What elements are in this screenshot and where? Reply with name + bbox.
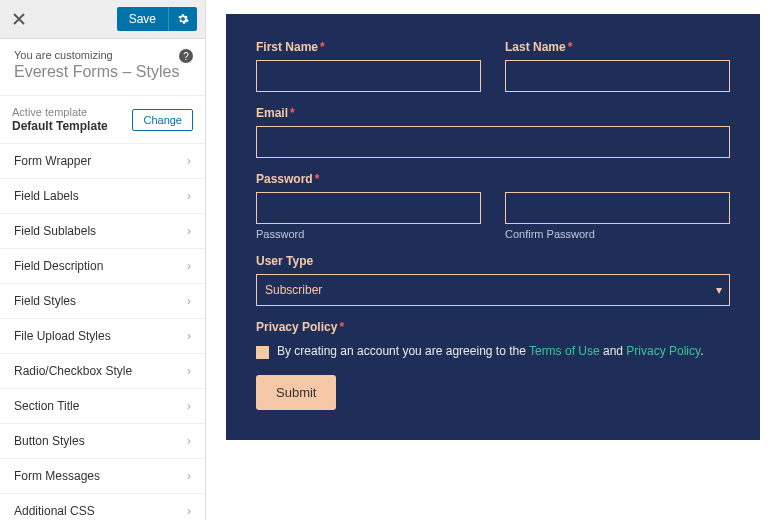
email-field[interactable] <box>256 126 730 158</box>
panel-item-label: Field Description <box>14 259 103 273</box>
password-sublabel: Password <box>256 228 481 240</box>
template-name: Default Template <box>12 119 108 133</box>
page-title: Everest Forms – Styles <box>14 63 191 81</box>
submit-button[interactable]: Submit <box>256 375 336 410</box>
panel-item-label: Section Title <box>14 399 79 413</box>
confirm-password-sublabel: Confirm Password <box>505 228 730 240</box>
panel-item[interactable]: Field Labels› <box>0 179 205 214</box>
panel-item-label: File Upload Styles <box>14 329 111 343</box>
panel-item[interactable]: Form Messages› <box>0 459 205 494</box>
panel-item-label: Button Styles <box>14 434 85 448</box>
panel-item-label: Field Styles <box>14 294 76 308</box>
privacy-checkbox[interactable] <box>256 346 269 359</box>
panel-item-label: Field Sublabels <box>14 224 96 238</box>
panel-item[interactable]: Field Sublabels› <box>0 214 205 249</box>
last-name-label: Last Name* <box>505 40 730 54</box>
last-name-field[interactable] <box>505 60 730 92</box>
user-type-label: User Type <box>256 254 730 268</box>
panel-item-label: Radio/Checkbox Style <box>14 364 132 378</box>
chevron-right-icon: › <box>187 434 191 448</box>
privacy-text: By creating an account you are agreeing … <box>277 344 703 358</box>
password-field[interactable] <box>256 192 481 224</box>
help-icon[interactable]: ? <box>179 49 193 63</box>
chevron-right-icon: › <box>187 504 191 518</box>
chevron-right-icon: › <box>187 469 191 483</box>
form-preview: First Name* Last Name* Email* Password* <box>226 14 760 440</box>
save-button[interactable]: Save <box>117 7 168 31</box>
privacy-link[interactable]: Privacy Policy <box>626 344 700 358</box>
panel-item-label: Form Messages <box>14 469 100 483</box>
panel-item[interactable]: Field Styles› <box>0 284 205 319</box>
password-label: Password* <box>256 172 730 186</box>
template-label: Active template <box>12 106 108 118</box>
chevron-right-icon: › <box>187 189 191 203</box>
panel-item[interactable]: Button Styles› <box>0 424 205 459</box>
panel-item[interactable]: Form Wrapper› <box>0 144 205 179</box>
panel-item[interactable]: Field Description› <box>0 249 205 284</box>
chevron-right-icon: › <box>187 399 191 413</box>
chevron-right-icon: › <box>187 294 191 308</box>
confirm-password-field[interactable] <box>505 192 730 224</box>
first-name-field[interactable] <box>256 60 481 92</box>
chevron-right-icon: › <box>187 259 191 273</box>
chevron-right-icon: › <box>187 154 191 168</box>
change-template-button[interactable]: Change <box>132 109 193 131</box>
chevron-right-icon: › <box>187 224 191 238</box>
privacy-label: Privacy Policy* <box>256 320 730 334</box>
close-icon[interactable] <box>6 6 32 32</box>
panel-item[interactable]: Radio/Checkbox Style› <box>0 354 205 389</box>
chevron-right-icon: › <box>187 329 191 343</box>
chevron-right-icon: › <box>187 364 191 378</box>
customizing-label: You are customizing <box>14 49 191 61</box>
panel-item[interactable]: Additional CSS› <box>0 494 205 520</box>
panel-item-label: Field Labels <box>14 189 79 203</box>
panel-item[interactable]: Section Title› <box>0 389 205 424</box>
user-type-select[interactable]: Subscriber <box>256 274 730 306</box>
first-name-label: First Name* <box>256 40 481 54</box>
email-label: Email* <box>256 106 730 120</box>
gear-icon <box>177 13 189 25</box>
panel-item[interactable]: File Upload Styles› <box>0 319 205 354</box>
panel-item-label: Additional CSS <box>14 504 95 518</box>
settings-button[interactable] <box>168 7 197 31</box>
terms-link[interactable]: Terms of Use <box>529 344 600 358</box>
panel-item-label: Form Wrapper <box>14 154 91 168</box>
